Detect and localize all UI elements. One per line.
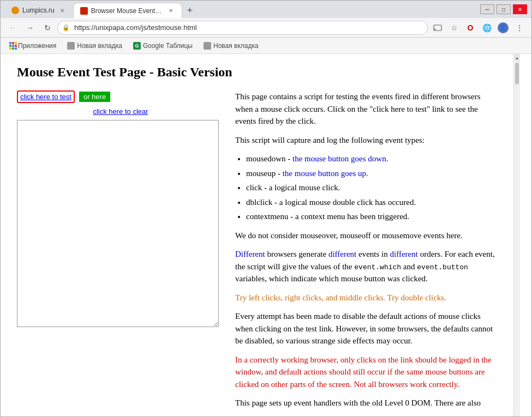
svg-rect-6	[15, 45, 17, 47]
disable-text: Every attempt has been made to disable t…	[235, 312, 493, 345]
clear-link[interactable]: click here to clear	[17, 107, 224, 116]
tab-lumpics-title: Lumpics.ru	[22, 7, 55, 14]
event-which-code: event.which	[354, 263, 401, 271]
browser-window: Lumpics.ru ✕ Browser Mouse Event Test Pa…	[0, 0, 532, 417]
nav-icons: ☆ O 🌐 👤 ⋮	[430, 20, 527, 35]
list-item-contextmenu: contextmenu - a context menu has been tr…	[246, 210, 497, 223]
minimize-button[interactable]: ─	[480, 4, 494, 14]
capture-text: This script will capture and log the fol…	[235, 136, 425, 144]
new-tab-1-label: Новая вкладка	[77, 42, 122, 50]
new-tab-1-favicon	[67, 42, 75, 50]
scroll-up-arrow[interactable]: ▲	[514, 54, 520, 62]
lumpics-favicon	[11, 7, 19, 14]
right-panel: This page contains a script for testing …	[235, 90, 497, 416]
refresh-button[interactable]: ↻	[40, 20, 55, 35]
list-item-click: click - a logical mouse click.	[246, 182, 497, 194]
tab-mouse-event[interactable]: Browser Mouse Event Test Page ✕	[73, 3, 182, 18]
svg-rect-1	[9, 42, 11, 44]
apps-label: Приложения	[18, 42, 56, 50]
link-area: click here to test or here	[17, 90, 224, 103]
left-panel: click here to test or here click here to…	[17, 90, 224, 416]
cast-button[interactable]	[430, 20, 445, 35]
svg-rect-5	[12, 45, 14, 47]
li-click-label: click - a logical mouse click.	[246, 183, 340, 192]
diff-word3: different	[328, 250, 358, 258]
extensions-button[interactable]: 🌐	[479, 20, 494, 35]
page-content: Mouse Event Test Page - Basic Version cl…	[1, 54, 531, 416]
menu-button[interactable]: ⋮	[512, 20, 527, 35]
diff-word4: events in	[358, 250, 390, 258]
try-clicks-para: Try left clicks, right clicks, and middl…	[235, 292, 497, 304]
opera-icon[interactable]: O	[463, 20, 478, 35]
svg-rect-2	[12, 42, 14, 44]
tab-mouse-title: Browser Mouse Event Test Page	[91, 7, 163, 15]
bookmark-new-tab-2[interactable]: Новая вкладка	[199, 41, 263, 51]
diff-word1: Different	[235, 250, 267, 258]
log-textarea[interactable]	[17, 120, 219, 327]
mouse-favicon	[80, 7, 88, 15]
address-bar[interactable]: 🔒 https://unixpapa.com/js/testmouse.html	[57, 21, 428, 35]
bookmark-google-sheets[interactable]: G Google Таблицы	[129, 41, 197, 51]
tabs-row: Lumpics.ru ✕ Browser Mouse Event Test Pa…	[5, 1, 476, 18]
li-dblclick-label: dblclick - a logical mouse double click …	[246, 198, 416, 207]
try-clicks-text: Try left clicks, right clicks, and middl…	[235, 293, 446, 302]
different-browsers-para: Different browsers generate different ev…	[235, 248, 497, 285]
event-list: mousedown - the mouse button goes down. …	[246, 153, 497, 223]
close-button[interactable]: ✕	[513, 4, 527, 14]
list-item-dblclick: dblclick - a logical mouse double click …	[246, 196, 497, 209]
tab-lumpics-close[interactable]: ✕	[58, 6, 67, 15]
bookmark-new-tab-1[interactable]: Новая вкладка	[63, 41, 127, 51]
svg-rect-0	[434, 25, 441, 31]
page-inner: Mouse Event Test Page - Basic Version cl…	[1, 54, 513, 416]
title-bar: Lumpics.ru ✕ Browser Mouse Event Test Pa…	[1, 1, 531, 18]
back-button[interactable]: ←	[5, 20, 20, 35]
scroll-thumb[interactable]	[515, 63, 519, 84]
navigation-bar: ← → ↻ 🔒 https://unixpapa.com/js/testmous…	[1, 18, 531, 38]
intro-text: This page contains a script for testing …	[235, 92, 481, 125]
lock-icon: 🔒	[62, 24, 70, 31]
maximize-button[interactable]: □	[497, 4, 511, 14]
svg-rect-8	[12, 47, 14, 50]
test-link[interactable]: click here to test	[17, 90, 75, 103]
li-mousedown-text: the mouse button goes down.	[292, 154, 388, 163]
level0-text: This page sets up event handlers with th…	[235, 398, 481, 407]
svg-rect-9	[15, 47, 17, 50]
profile-button[interactable]: 👤	[495, 20, 511, 35]
forward-button[interactable]: →	[22, 20, 38, 35]
no-consider-para: We do not consider mouseover, mouseoff o…	[235, 229, 497, 242]
tab-mouse-close[interactable]: ✕	[166, 7, 175, 15]
tab-lumpics[interactable]: Lumpics.ru ✕	[5, 3, 73, 18]
scrollbar: ▲	[513, 54, 520, 416]
event-button-code: event.button	[417, 263, 468, 271]
li-mousedown-label: mousedown -	[246, 154, 292, 163]
or-here-box[interactable]: or here	[79, 92, 110, 102]
svg-rect-4	[9, 45, 11, 47]
disable-defaults-para: Every attempt has been made to disable t…	[235, 310, 497, 347]
google-sheets-label: Google Таблицы	[143, 42, 193, 50]
new-tab-2-label: Новая вкладка	[213, 42, 259, 50]
level0-para: This page sets up event handlers with th…	[235, 397, 497, 409]
li-mouseup-text: the mouse button goes up.	[283, 169, 368, 178]
list-item-mouseup: mouseup - the mouse button goes up.	[246, 167, 497, 180]
capture-para: This script will capture and log the fol…	[235, 134, 497, 147]
content-layout: click here to test or here click here to…	[17, 90, 497, 416]
li-mouseup-label: mouseup -	[246, 169, 283, 178]
diff-end: variables, which indicate which mouse bu…	[235, 274, 428, 283]
diff-word5: different	[390, 250, 420, 258]
bookmark-star-button[interactable]: ☆	[446, 20, 462, 35]
no-consider-text: We do not consider mouseover, mouseoff o…	[235, 231, 463, 240]
page-title: Mouse Event Test Page - Basic Version	[17, 65, 497, 80]
intro-para: This page contains a script for testing …	[235, 90, 497, 128]
sheets-favicon: G	[133, 42, 141, 50]
new-tab-2-favicon	[204, 42, 211, 50]
new-tab-button[interactable]: +	[182, 3, 198, 18]
svg-rect-7	[9, 47, 11, 50]
correctly-text: In a correctly working browser, only cli…	[235, 355, 492, 389]
li-contextmenu-label: contextmenu - a context menu has been tr…	[246, 212, 409, 221]
svg-rect-3	[15, 42, 17, 44]
apps-button[interactable]: Приложения	[5, 41, 61, 51]
diff-word2: browsers generate	[267, 250, 328, 258]
list-item-mousedown: mousedown - the mouse button goes down.	[246, 153, 497, 165]
bookmarks-bar: Приложения Новая вкладка G Google Таблиц…	[1, 38, 531, 54]
correctly-working-para: In a correctly working browser, only cli…	[235, 354, 497, 391]
